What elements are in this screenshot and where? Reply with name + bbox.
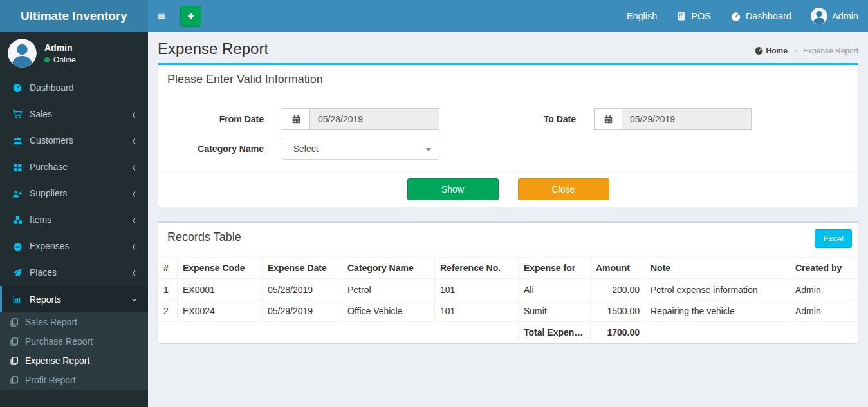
app-title: Ultimate Inventory: [21, 9, 127, 23]
sidebar-item-customers[interactable]: Customers: [0, 128, 148, 154]
cell-amount: 200.00: [591, 279, 645, 301]
chevron-right-icon: [792, 48, 799, 54]
sidebar-item-places[interactable]: Places: [0, 260, 148, 286]
from-date-group: [282, 108, 439, 130]
sidebar-item-label: Expenses: [30, 241, 69, 251]
copy-icon: [10, 337, 19, 346]
nav-pos-label: POS: [691, 11, 711, 21]
total-row-spacer: [645, 322, 858, 343]
column-header: Note: [645, 258, 790, 279]
nav-user-label: Admin: [832, 11, 858, 21]
cell-created-by: Admin: [790, 279, 858, 301]
excel-export-button[interactable]: Excel: [815, 229, 852, 248]
sidebar-item-items[interactable]: Items: [0, 207, 148, 233]
cell-expense-for: Sumit: [519, 301, 591, 322]
to-date-input[interactable]: [622, 108, 752, 130]
total-row-spacer: [158, 322, 519, 343]
sidebar-item-suppliers[interactable]: Suppliers: [0, 180, 148, 207]
submenu-item-label: Sales Report: [25, 317, 77, 327]
sidebar-item-sales-report[interactable]: Sales Report: [0, 312, 148, 332]
chevron-left-icon: [130, 137, 138, 146]
app-logo[interactable]: Ultimate Inventory: [0, 0, 148, 32]
records-box-title: Records Table: [167, 231, 241, 244]
column-header: Created by: [790, 258, 858, 279]
sidebar-item-label: Places: [30, 267, 57, 278]
column-header: #: [158, 258, 178, 279]
breadcrumb-home-link[interactable]: Home: [754, 46, 788, 55]
top-bar: Ultimate Inventory English POS Dashboard…: [0, 0, 868, 32]
records-box: Records Table Excel # Expense Code Expen…: [158, 221, 858, 343]
paper-plane-icon: [12, 268, 23, 278]
chevron-left-icon: [130, 190, 138, 198]
show-button[interactable]: Show: [407, 178, 499, 200]
sidebar-item-label: Reports: [30, 294, 61, 305]
sidebar-item-label: Items: [30, 214, 51, 225]
from-date-input[interactable]: [309, 108, 439, 130]
sidebar-item-expenses[interactable]: Expenses: [0, 233, 148, 260]
cell-note: Repairing the vehicle: [645, 301, 790, 322]
sidebar-item-label: Sales: [30, 109, 52, 119]
sidebar: Admin Online Dashboard Sales Customers P…: [0, 32, 148, 407]
copy-icon: [10, 317, 19, 327]
grid-icon: [13, 163, 23, 173]
breadcrumb-current: Expense Report: [803, 46, 858, 55]
cell-category-name: Petrol: [342, 279, 435, 301]
cell-reference-no: 101: [435, 279, 519, 301]
sidebar-toggle-button[interactable]: [148, 0, 176, 32]
nav-language-label: English: [627, 11, 658, 21]
close-button[interactable]: Close: [518, 178, 609, 200]
category-select-value: -Select-: [290, 144, 321, 154]
nav-user-menu[interactable]: Admin: [801, 0, 868, 32]
content-header: Expense Report Home Expense Report: [158, 32, 858, 63]
sidebar-item-purchase[interactable]: Purchase: [0, 154, 148, 180]
records-table: # Expense Code Expense Date Category Nam…: [158, 257, 858, 343]
copy-icon: [10, 356, 19, 366]
sidebar-menu: Dashboard Sales Customers Purchase Suppl…: [0, 74, 148, 312]
nav-dashboard[interactable]: Dashboard: [721, 0, 801, 32]
breadcrumb: Home Expense Report: [754, 46, 858, 58]
copy-icon: [10, 375, 19, 385]
total-expense-value: 1700.00: [591, 322, 645, 343]
nav-pos[interactable]: POS: [667, 0, 721, 32]
chevron-down-icon: [130, 296, 138, 304]
online-status-label: Online: [53, 55, 76, 64]
table-row: 2 EX0024 05/29/2019 Office Vehicle 101 S…: [158, 301, 858, 322]
total-row: Total Expense : 1700.00: [158, 322, 858, 343]
to-date-label: To Date: [457, 114, 576, 124]
filter-box: Please Enter Valid Information From Date…: [158, 63, 858, 207]
nav-language[interactable]: English: [617, 0, 667, 32]
from-date-calendar-addon[interactable]: [282, 108, 309, 130]
sidebar-item-sales[interactable]: Sales: [0, 100, 148, 127]
minus-circle-icon: [13, 242, 23, 252]
from-date-label: From Date: [167, 114, 264, 124]
to-date-group: [594, 108, 752, 130]
cell-expense-date: 05/28/2019: [263, 279, 342, 301]
gauge-icon: [12, 82, 23, 93]
sidebar-item-label: Purchase: [30, 162, 68, 172]
quick-add-button[interactable]: [180, 6, 201, 27]
user-plus-icon: [12, 189, 23, 199]
navbar-right: English POS Dashboard Admin: [617, 0, 868, 32]
cart-icon: [12, 109, 23, 120]
cell-amount: 1500.00: [591, 301, 645, 322]
sidebar-item-profit-report[interactable]: Profit Report: [0, 370, 148, 390]
sidebar-item-purchase-report[interactable]: Purchase Report: [0, 332, 148, 351]
sidebar-item-expense-report[interactable]: Expense Report: [0, 351, 148, 370]
category-select[interactable]: -Select-: [282, 138, 439, 160]
chevron-left-icon: [130, 216, 138, 225]
to-date-calendar-addon[interactable]: [594, 108, 622, 130]
sidebar-item-reports[interactable]: Reports: [0, 286, 148, 312]
avatar: [8, 39, 37, 68]
column-header: Expense Code: [178, 258, 263, 279]
cell-index: 2: [158, 301, 178, 322]
gauge-icon: [730, 11, 741, 22]
sidebar-item-label: Customers: [30, 135, 73, 146]
sidebar-item-dashboard[interactable]: Dashboard: [0, 74, 148, 100]
cell-expense-code: EX0024: [178, 301, 263, 322]
filter-box-header: Please Enter Valid Information: [158, 65, 858, 94]
nav-dashboard-label: Dashboard: [746, 11, 791, 21]
filter-box-title: Please Enter Valid Information: [167, 73, 323, 86]
users-icon: [12, 136, 23, 146]
caret-down-icon: [426, 148, 431, 151]
submenu-item-label: Expense Report: [25, 355, 89, 366]
